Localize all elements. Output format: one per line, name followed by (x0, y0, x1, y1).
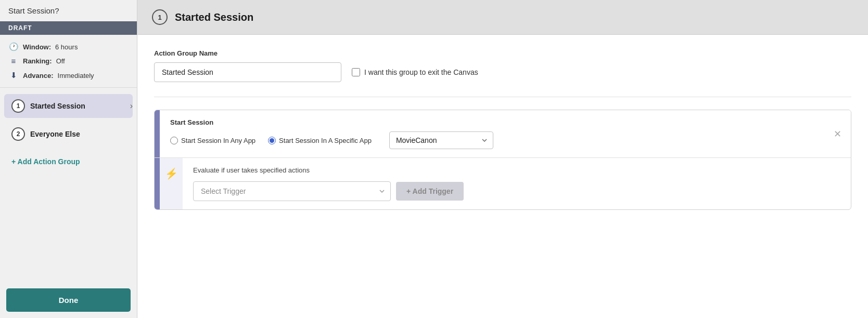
clock-icon: 🕐 (8, 42, 19, 51)
page-title: Started Session (175, 11, 253, 23)
lightning-section: ⚡ (160, 158, 183, 209)
exit-canvas-checkbox[interactable] (352, 68, 360, 76)
action-group-name-row: I want this group to exit the Canvas (154, 62, 851, 82)
trigger-row: Select Trigger + Add Trigger (193, 181, 840, 201)
group-label-1: Started Session (30, 102, 85, 110)
sidebar-group-item-1[interactable]: 1 Started Session › (4, 94, 133, 118)
main-panel: 1 Started Session Action Group Name I wa… (137, 0, 868, 318)
exit-canvas-row: I want this group to exit the Canvas (352, 68, 478, 76)
sidebar-info-section: 🕐 Window: 6 hours ≡ Ranking: Off ⬇ Advan… (0, 35, 137, 88)
card-body-accent-bar (155, 158, 160, 209)
done-button[interactable]: Done (6, 288, 131, 312)
advance-icon: ⬇ (8, 71, 19, 80)
window-info: 🕐 Window: 6 hours (8, 42, 129, 51)
radio-specific-app-label: Start Session In A Specific App (279, 137, 372, 144)
action-card-body: ⚡ Evaluate if user takes specified actio… (155, 158, 851, 209)
window-label: Window: (23, 43, 51, 51)
app-select-dropdown[interactable]: MovieCanon (389, 131, 493, 149)
draft-badge: DRAFT (0, 21, 137, 35)
exit-canvas-label: I want this group to exit the Canvas (364, 68, 478, 76)
evaluate-label: Evaluate if user takes specified actions (193, 166, 840, 174)
radio-any-app-option[interactable]: Start Session In Any App (170, 137, 256, 144)
lightning-icon: ⚡ (165, 167, 178, 180)
section-divider (154, 97, 851, 97)
card-header-content: Start Session Start Session In Any App S… (160, 110, 824, 157)
card-accent-bar (155, 110, 160, 157)
action-card: Start Session Start Session In Any App S… (154, 110, 851, 210)
group-number-1: 1 (11, 99, 25, 113)
group-label-2: Everyone Else (30, 130, 80, 138)
start-session-radio-group: Start Session In Any App Start Session I… (170, 131, 814, 149)
main-body: Action Group Name I want this group to e… (137, 35, 868, 318)
radio-any-app[interactable] (170, 137, 178, 144)
chevron-right-icon: › (130, 101, 133, 111)
close-button[interactable]: ✕ (824, 120, 851, 148)
action-card-title: Start Session (170, 118, 814, 126)
radio-any-app-label: Start Session In Any App (181, 137, 256, 144)
action-group-name-label: Action Group Name (154, 49, 851, 57)
sidebar: Start Session? DRAFT 🕐 Window: 6 hours ≡… (0, 0, 137, 318)
header-group-number: 1 (152, 9, 168, 25)
advance-info: ⬇ Advance: Immediately (8, 71, 129, 80)
add-action-group-button[interactable]: + Add Action Group (0, 152, 137, 171)
radio-specific-app-option[interactable]: Start Session In A Specific App (268, 137, 372, 144)
sidebar-title: Start Session? (0, 0, 137, 21)
trigger-select-dropdown[interactable]: Select Trigger (193, 181, 391, 201)
action-card-header: Start Session Start Session In Any App S… (155, 110, 851, 158)
main-header: 1 Started Session (137, 0, 868, 35)
card-body-content: Evaluate if user takes specified actions… (183, 158, 851, 209)
window-value: 6 hours (55, 43, 78, 51)
sidebar-group-item-2[interactable]: 2 Everyone Else (4, 122, 133, 146)
advance-value: Immediately (58, 72, 94, 80)
ranking-info: ≡ Ranking: Off (8, 57, 129, 65)
group-number-2: 2 (11, 127, 25, 141)
ranking-label: Ranking: (23, 57, 52, 65)
ranking-icon: ≡ (8, 57, 19, 65)
action-groups-list: 1 Started Session › 2 Everyone Else (0, 88, 137, 152)
ranking-value: Off (56, 57, 65, 65)
add-trigger-button[interactable]: + Add Trigger (396, 182, 464, 201)
advance-label: Advance: (23, 72, 54, 80)
radio-specific-app[interactable] (268, 137, 276, 144)
action-group-name-input[interactable] (154, 62, 341, 82)
